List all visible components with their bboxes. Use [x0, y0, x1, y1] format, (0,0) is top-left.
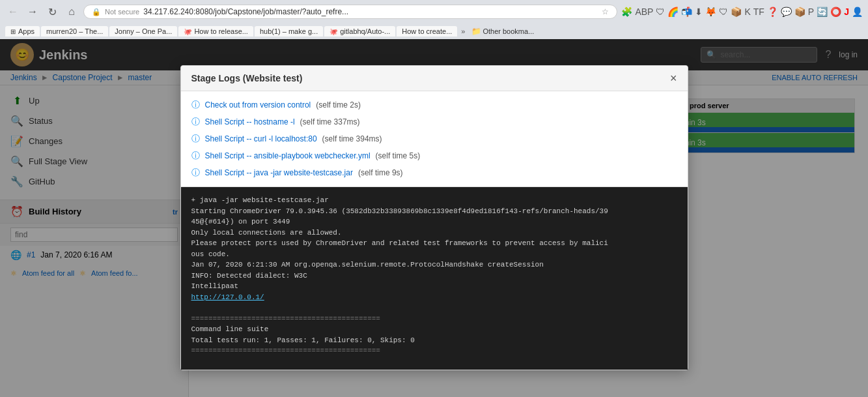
tab-hub-label: hub(1) – make g...	[260, 27, 318, 35]
tab-apps-label: Apps	[18, 27, 35, 35]
github-icon: 🐙	[184, 28, 191, 35]
other-bookmarks-label[interactable]: Other bookma...	[483, 27, 534, 35]
stage-log-link-4[interactable]: Shell Script -- ansible-playbook webchec…	[205, 151, 371, 160]
tab-murren-label: murren20 – The...	[46, 27, 103, 35]
stage-log-check-icon: ⓘ	[191, 99, 200, 111]
log-line-4: Only local connections are allowed.	[191, 228, 677, 239]
stage-log-icon-5: ⓘ	[191, 167, 200, 179]
stage-log-item-3[interactable]: ⓘ Shell Script -- curl -l localhost:80 (…	[181, 130, 688, 147]
stage-log-item-2[interactable]: ⓘ Shell Script -- hostname -l (self time…	[181, 113, 688, 130]
more-tabs-button[interactable]: »	[458, 27, 468, 35]
log-line-10: Command line suite	[191, 324, 677, 335]
stage-logs-modal: Stage Logs (Website test) × ⓘ Check out …	[180, 65, 688, 370]
not-secure-label: Not secure	[105, 8, 139, 16]
log-output[interactable]: + java -jar website-testcase.jar Startin…	[181, 187, 688, 370]
stage-log-link-1[interactable]: Check out from version control	[205, 100, 311, 110]
stage-log-link-3[interactable]: Shell Script -- curl -l localhost:80	[205, 134, 317, 143]
stage-log-time-1: (self time 2s)	[316, 100, 361, 110]
log-line-5: Please protect ports used by ChromeDrive…	[191, 238, 677, 249]
browser-toolbar: ← → ↻ ⌂ 🔒 Not secure 34.217.62.240:8080/…	[0, 0, 868, 23]
tab-howto-create[interactable]: How to create...	[397, 26, 457, 37]
back-button[interactable]: ←	[5, 4, 21, 20]
apps-grid-icon: ⊞	[10, 28, 16, 35]
intellipaat-url-link[interactable]: http://127.0.0.1/	[191, 293, 264, 301]
lock-icon: 🔒	[92, 8, 101, 16]
browser-tabs: ⊞ Apps murren20 – The... Jonny – One Pa.…	[0, 23, 868, 39]
stage-log-icon-4: ⓘ	[191, 150, 200, 162]
tab-howto-create-label: How to create...	[402, 27, 452, 35]
bookmark-icon[interactable]: ☆	[602, 7, 609, 16]
modal-header: Stage Logs (Website test) ×	[181, 66, 688, 91]
tab-apps[interactable]: ⊞ Apps	[5, 26, 40, 37]
modal-overlay: Stage Logs (Website test) × ⓘ Check out …	[0, 39, 868, 397]
gitlab-icon: 🐙	[329, 28, 337, 35]
stage-log-item-4[interactable]: ⓘ Shell Script -- ansible-playbook webch…	[181, 147, 688, 164]
log-line-11: Total tests run: 1, Passes: 1, Failures:…	[191, 335, 677, 346]
tab-jonny[interactable]: Jonny – One Pa...	[109, 26, 177, 37]
log-line-1: + java -jar website-testcase.jar	[191, 195, 677, 206]
address-text: 34.217.62.240:8080/job/Capstone/job/mast…	[143, 7, 598, 16]
tab-hub[interactable]: hub(1) – make g...	[255, 26, 323, 37]
browser-chrome: ← → ↻ ⌂ 🔒 Not secure 34.217.62.240:8080/…	[0, 0, 868, 39]
log-line-9: Intellipaat	[191, 281, 677, 292]
log-line-7: Jan 07, 2020 6:21:30 AM org.openqa.selen…	[191, 259, 677, 271]
stage-log-time-2: (self time 337ms)	[300, 117, 360, 126]
tab-gitlab[interactable]: 🐙 gitlabhq/Auto-...	[324, 26, 395, 37]
stage-log-link-2[interactable]: Shell Script -- hostname -l	[205, 117, 295, 126]
stage-logs-list: ⓘ Check out from version control (self t…	[181, 91, 688, 187]
stage-log-time-5: (self time 9s)	[358, 168, 403, 177]
log-line-url[interactable]: http://127.0.0.1/	[191, 292, 677, 303]
home-button[interactable]: ⌂	[64, 4, 79, 20]
extension-icons: 🧩 ABP 🛡 🌈 📬 ⬇ 🦊 🛡 📦 K TF ❓ 💬 📦 P 🔄 ⭕ J 👤	[621, 7, 863, 17]
bookmark-folder-icon: 📁	[471, 27, 481, 36]
stage-log-time-3: (self time 394ms)	[322, 134, 382, 143]
tab-jonny-label: Jonny – One Pa...	[115, 27, 172, 35]
tab-gitlab-label: gitlabhq/Auto-...	[340, 27, 390, 35]
tab-howto-label: How to release...	[194, 27, 248, 35]
modal-body: ⓘ Check out from version control (self t…	[181, 91, 688, 370]
log-line-6: ous code.	[191, 249, 677, 260]
tab-murren[interactable]: murren20 – The...	[41, 26, 108, 37]
log-line-2: Starting ChromeDriver 79.0.3945.36 (3582…	[191, 206, 677, 217]
stage-log-item-1[interactable]: ⓘ Check out from version control (self t…	[181, 96, 688, 113]
forward-button[interactable]: →	[25, 4, 40, 20]
stage-log-time-4: (self time 5s)	[376, 151, 421, 160]
stage-log-item-5[interactable]: ⓘ Shell Script -- java -jar website-test…	[181, 164, 688, 181]
modal-close-button[interactable]: ×	[670, 72, 677, 84]
modal-title: Stage Logs (Website test)	[191, 73, 303, 83]
address-bar[interactable]: 🔒 Not secure 34.217.62.240:8080/job/Caps…	[83, 5, 617, 19]
stage-log-link-5[interactable]: Shell Script -- java -jar website-testca…	[205, 168, 353, 177]
refresh-button[interactable]: ↻	[44, 4, 60, 20]
log-separator-1: ========================================…	[191, 314, 677, 325]
tab-howto[interactable]: 🐙 How to release...	[178, 26, 253, 37]
log-separator-2: ========================================…	[191, 346, 677, 357]
log-line-3: 45@{#614}) on port 3449	[191, 216, 677, 228]
log-line-8: INFO: Detected dialect: W3C	[191, 271, 677, 282]
stage-log-icon-3: ⓘ	[191, 133, 200, 145]
stage-log-icon-2: ⓘ	[191, 116, 200, 128]
